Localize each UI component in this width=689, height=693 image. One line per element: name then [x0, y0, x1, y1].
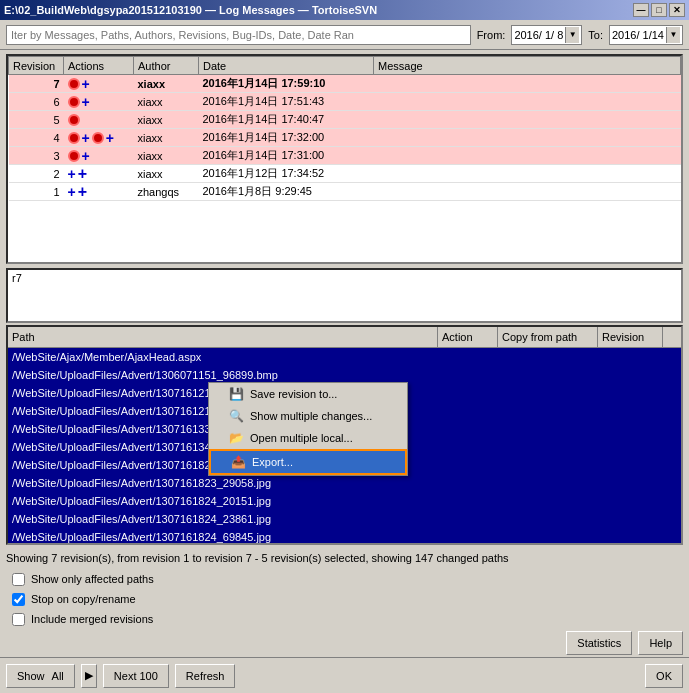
table-row[interactable]: 1++zhangqs2016年1月8日 9:29:45	[9, 183, 681, 201]
show-value: All	[52, 670, 64, 682]
paths-col-path[interactable]: Path	[8, 327, 438, 347]
magnify-icon: 🔍	[229, 409, 244, 423]
refresh-button[interactable]: Refresh	[175, 664, 236, 688]
log-table: Revision Actions Author Date Message 7+x…	[8, 56, 681, 201]
stop-copy-checkbox[interactable]	[12, 593, 25, 606]
help-button[interactable]: Help	[638, 631, 683, 655]
col-header-date[interactable]: Date	[199, 57, 374, 75]
cell-actions: +	[64, 93, 134, 111]
table-row[interactable]: 6+xiaxx2016年1月14日 17:51:43	[9, 93, 681, 111]
blue-plus-icon: +	[78, 185, 87, 199]
from-label: From:	[477, 29, 506, 41]
context-menu-item[interactable]: 📤Export...	[209, 449, 407, 475]
cell-actions: ++	[64, 129, 134, 147]
list-item[interactable]: /WebSite/UploadFiles/Advert/1307161823_2…	[8, 474, 681, 492]
plus-icon: +	[68, 168, 76, 180]
to-date-arrow[interactable]: ▼	[666, 27, 680, 43]
status-text: Showing 7 revision(s), from revision 1 t…	[6, 552, 509, 564]
cell-date: 2016年1月8日 9:29:45	[199, 183, 374, 201]
next-100-button[interactable]: Next 100	[103, 664, 169, 688]
export-icon: 📤	[231, 455, 246, 469]
from-date-arrow[interactable]: ▼	[565, 27, 579, 43]
context-menu-item-label: Save revision to...	[250, 388, 337, 400]
cell-message	[374, 111, 681, 129]
paths-col-action[interactable]: Action	[438, 327, 498, 347]
plus-icon: +	[82, 150, 90, 162]
plus-icon: +	[82, 132, 90, 144]
ok-button[interactable]: OK	[645, 664, 683, 688]
context-menu-item-label: Export...	[252, 456, 293, 468]
checkboxes-area: Show only affected paths Stop on copy/re…	[0, 569, 689, 629]
context-menu-item[interactable]: 📂Open multiple local...	[209, 427, 407, 449]
cell-message	[374, 93, 681, 111]
cell-message	[374, 147, 681, 165]
cell-actions: ++	[64, 165, 134, 183]
close-button[interactable]: ✕	[669, 3, 685, 17]
table-row[interactable]: 3+xiaxx2016年1月14日 17:31:00	[9, 147, 681, 165]
statistics-button[interactable]: Statistics	[566, 631, 632, 655]
minimize-button[interactable]: —	[633, 3, 649, 17]
plus-icon: +	[68, 186, 76, 198]
context-menu-item-label: Show multiple changes...	[250, 410, 372, 422]
red-dot-icon	[68, 78, 80, 90]
filter-input[interactable]	[6, 25, 471, 45]
paths-col-revision[interactable]: Revision	[598, 327, 663, 347]
message-pane: r7	[6, 268, 683, 323]
cell-revision: 7	[9, 75, 64, 93]
stop-copy-label[interactable]: Stop on copy/rename	[31, 593, 136, 605]
path-cell: /WebSite/UploadFiles/Advert/1307161823_2…	[8, 477, 438, 489]
col-header-actions[interactable]: Actions	[64, 57, 134, 75]
cell-date: 2016年1月12日 17:34:52	[199, 165, 374, 183]
table-row[interactable]: 7+xiaxx2016年1月14日 17:59:10	[9, 75, 681, 93]
col-header-revision[interactable]: Revision	[9, 57, 64, 75]
status-bar: Showing 7 revision(s), from revision 1 t…	[0, 547, 689, 569]
path-cell: /WebSite/UploadFiles/Advert/1306071151_9…	[8, 369, 438, 381]
show-arrow-button[interactable]: ▶	[81, 664, 97, 688]
title-bar: E:\02_BuildWeb\dgsypa201512103190 — Log …	[0, 0, 689, 20]
cell-message	[374, 165, 681, 183]
window-title: E:\02_BuildWeb\dgsypa201512103190 — Log …	[4, 4, 377, 16]
list-item[interactable]: /WebSite/Ajax/Member/AjaxHead.aspx	[8, 348, 681, 366]
cell-author: xiaxx	[134, 111, 199, 129]
include-merged-label[interactable]: Include merged revisions	[31, 613, 153, 625]
list-item[interactable]: /WebSite/UploadFiles/Advert/1307161824_6…	[8, 528, 681, 545]
show-affected-label[interactable]: Show only affected paths	[31, 573, 154, 585]
cell-date: 2016年1月14日 17:51:43	[199, 93, 374, 111]
context-menu: 💾Save revision to...🔍Show multiple chang…	[208, 382, 408, 476]
cell-date: 2016年1月14日 17:59:10	[199, 75, 374, 93]
blue-plus-icon: +	[78, 167, 87, 181]
paths-col-copy[interactable]: Copy from path	[498, 327, 598, 347]
table-row[interactable]: 4++xiaxx2016年1月14日 17:32:00	[9, 129, 681, 147]
filter-bar: From: 2016/ 1/ 8 ▼ To: 2016/ 1/14 ▼	[0, 20, 689, 50]
path-cell: /WebSite/UploadFiles/Advert/1307161824_2…	[8, 495, 438, 507]
maximize-button[interactable]: □	[651, 3, 667, 17]
list-item[interactable]: /WebSite/UploadFiles/Advert/1307161824_2…	[8, 492, 681, 510]
list-item[interactable]: /WebSite/UploadFiles/Advert/1307161824_2…	[8, 510, 681, 528]
context-menu-item-label: Open multiple local...	[250, 432, 353, 444]
to-date-combo[interactable]: 2016/ 1/14 ▼	[609, 25, 683, 45]
cell-date: 2016年1月14日 17:32:00	[199, 129, 374, 147]
table-row[interactable]: 5xiaxx2016年1月14日 17:40:47	[9, 111, 681, 129]
message-content: r7	[12, 272, 22, 284]
path-cell: /WebSite/Ajax/Member/AjaxHead.aspx	[8, 351, 438, 363]
show-button[interactable]: Show All	[6, 664, 75, 688]
from-date-combo[interactable]: 2016/ 1/ 8 ▼	[511, 25, 582, 45]
cell-revision: 3	[9, 147, 64, 165]
path-cell: /WebSite/UploadFiles/Advert/1307161824_2…	[8, 513, 438, 525]
cell-actions: +	[64, 75, 134, 93]
context-menu-item[interactable]: 💾Save revision to...	[209, 383, 407, 405]
include-merged-checkbox[interactable]	[12, 613, 25, 626]
show-affected-row: Show only affected paths	[6, 569, 683, 589]
cell-author: xiaxx	[134, 147, 199, 165]
cell-date: 2016年1月14日 17:31:00	[199, 147, 374, 165]
paths-container: Path Action Copy from path Revision /Web…	[6, 325, 683, 545]
table-row[interactable]: 2++xiaxx2016年1月12日 17:34:52	[9, 165, 681, 183]
col-header-author[interactable]: Author	[134, 57, 199, 75]
stats-area: Statistics Help	[0, 629, 689, 657]
col-header-message[interactable]: Message	[374, 57, 681, 75]
red-dot-icon	[68, 114, 80, 126]
cell-actions: +	[64, 147, 134, 165]
cell-actions	[64, 111, 134, 129]
context-menu-item[interactable]: 🔍Show multiple changes...	[209, 405, 407, 427]
show-affected-checkbox[interactable]	[12, 573, 25, 586]
